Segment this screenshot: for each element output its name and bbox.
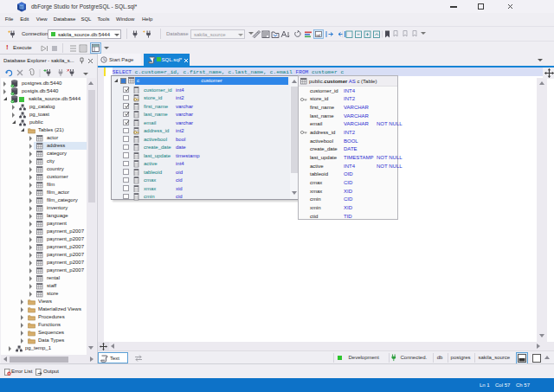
svg-text:sql: sql xyxy=(316,33,320,37)
